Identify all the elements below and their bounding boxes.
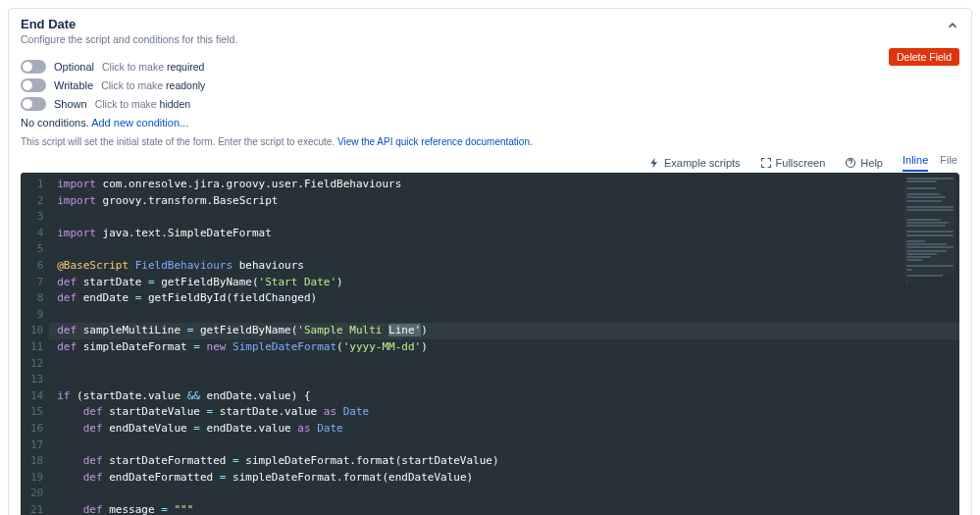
tab-inline[interactable]: Inline — [903, 154, 928, 172]
field-title: End Date — [21, 17, 959, 31]
api-doc-link[interactable]: View the API quick reference documentati… — [337, 136, 533, 147]
help-button[interactable]: Help — [837, 153, 891, 173]
fullscreen-icon — [760, 157, 772, 169]
code-area[interactable]: import com.onresolve.jira.groovy.user.Fi… — [49, 173, 959, 515]
conditions-text: No conditions. — [21, 117, 91, 129]
add-condition-link[interactable]: Add new condition... — [91, 117, 188, 129]
toggle-writable-hint: Click to make readonly — [101, 79, 205, 91]
toggle-row-shown: Shown Click to make hidden — [21, 97, 959, 111]
toggle-optional-label: Optional — [54, 61, 94, 73]
toggle-shown-label: Shown — [54, 98, 87, 110]
toggle-shown-hint: Click to make hidden — [95, 98, 190, 110]
lightning-icon — [648, 157, 660, 169]
toggle-shown[interactable] — [21, 97, 46, 111]
toggle-row-writable: Writable Click to make readonly — [21, 78, 959, 92]
delete-field-button[interactable]: Delete Field — [889, 48, 959, 66]
toggle-writable-label: Writable — [54, 79, 93, 91]
editor-toolbar: Example scripts Fullscreen Help Inline F… — [21, 153, 959, 173]
toggle-optional[interactable] — [21, 60, 46, 74]
toggle-writable[interactable] — [21, 78, 46, 92]
example-scripts-button[interactable]: Example scripts — [641, 153, 748, 173]
tab-file[interactable]: File — [940, 154, 957, 172]
panel-header: End Date Configure the script and condit… — [9, 9, 971, 55]
conditions-row: No conditions. Add new condition... — [21, 117, 959, 129]
fullscreen-button[interactable]: Fullscreen — [752, 153, 834, 173]
toggle-optional-hint: Click to make required — [102, 61, 204, 73]
code-editor[interactable]: 1234567891011121314151617181920212223242… — [21, 173, 959, 515]
field-subtitle: Configure the script and conditions for … — [21, 33, 959, 45]
toggle-row-optional: Optional Click to make required — [21, 60, 959, 74]
editor-tabs: Inline File — [903, 154, 957, 172]
script-hint: This script will set the initial state o… — [21, 136, 959, 147]
line-gutter: 1234567891011121314151617181920212223242… — [21, 173, 49, 515]
field-config-panel: End Date Configure the script and condit… — [8, 8, 972, 515]
panel-body: Optional Click to make required Writable… — [9, 60, 971, 515]
collapse-icon[interactable] — [946, 19, 959, 35]
help-icon — [845, 157, 856, 169]
script-hint-text: This script will set the initial state o… — [21, 136, 337, 147]
